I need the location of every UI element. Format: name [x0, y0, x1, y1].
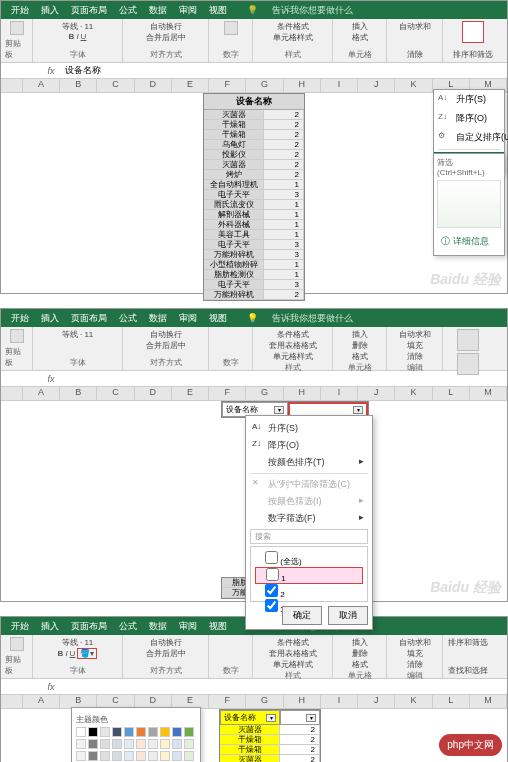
- cell-value[interactable]: 1: [264, 210, 304, 220]
- underline-icon[interactable]: U: [70, 649, 76, 658]
- color-swatch[interactable]: [136, 751, 146, 761]
- cell-value[interactable]: 2: [280, 735, 320, 745]
- color-swatch[interactable]: [160, 739, 170, 749]
- table-row[interactable]: 烤炉2: [204, 170, 304, 180]
- table-row[interactable]: 小型植物粉碎机1: [204, 260, 304, 270]
- fx-icon[interactable]: fx: [41, 374, 61, 384]
- cell-value[interactable]: 2: [264, 170, 304, 180]
- col-m[interactable]: M: [470, 695, 507, 708]
- table-row[interactable]: 解剖器械1: [204, 210, 304, 220]
- cell-value[interactable]: 2: [264, 120, 304, 130]
- tab-layout[interactable]: 页面布局: [65, 618, 113, 635]
- table-row[interactable]: 脂肪检测仪1: [204, 270, 304, 280]
- color-swatch[interactable]: [184, 739, 194, 749]
- tab-review[interactable]: 审阅: [173, 310, 203, 327]
- cell-value[interactable]: 2: [280, 755, 320, 762]
- tab-layout[interactable]: 页面布局: [65, 2, 113, 19]
- clear-button[interactable]: 清除: [407, 49, 423, 60]
- filter-toggle-name[interactable]: ▾: [266, 714, 276, 722]
- cell-name[interactable]: 美容工具: [204, 230, 264, 240]
- cell-value[interactable]: 2: [264, 110, 304, 120]
- col-j[interactable]: J: [358, 79, 395, 92]
- italic-icon[interactable]: I: [76, 32, 78, 41]
- cells[interactable]: 设备名称▾ ▾ A↓升序(S) Z↓降序(O) 按颜色排序(T) ▸ ✕从"列"…: [1, 401, 507, 601]
- color-swatch[interactable]: [172, 727, 182, 737]
- col-d[interactable]: D: [135, 79, 172, 92]
- italic-icon[interactable]: I: [65, 649, 67, 658]
- table-row[interactable]: 投影仪2: [204, 150, 304, 160]
- tab-home[interactable]: 开始: [5, 618, 35, 635]
- tab-formula[interactable]: 公式: [113, 618, 143, 635]
- table-row[interactable]: 万能粉碎机3: [204, 250, 304, 260]
- cell-name[interactable]: 干燥箱: [204, 120, 264, 130]
- tell-me[interactable]: 💡 告诉我你想要做什么: [233, 310, 365, 327]
- popup-sort-color[interactable]: 按颜色排序(T) ▸: [250, 454, 368, 471]
- cell-value[interactable]: 1: [264, 220, 304, 230]
- popup-cancel-button[interactable]: 取消: [328, 606, 368, 625]
- col-b[interactable]: B: [60, 79, 97, 92]
- col-f[interactable]: F: [209, 79, 246, 92]
- merge-button[interactable]: 合并后居中: [146, 32, 186, 43]
- select-all-corner[interactable]: [1, 79, 23, 92]
- cell-name[interactable]: 电子天平: [204, 240, 264, 250]
- color-swatch[interactable]: [172, 739, 182, 749]
- cell-name[interactable]: 灭菌器: [204, 110, 264, 120]
- cell-value[interactable]: 2: [280, 725, 320, 735]
- color-swatch[interactable]: [112, 727, 122, 737]
- col-h[interactable]: H: [284, 387, 321, 400]
- cell-value[interactable]: 1: [264, 230, 304, 240]
- color-swatch[interactable]: [112, 751, 122, 761]
- table-row[interactable]: 干燥箱2: [220, 745, 320, 755]
- table-format-button[interactable]: 套用表格格式: [269, 340, 317, 351]
- format-button[interactable]: 格式: [352, 32, 368, 43]
- tab-review[interactable]: 审阅: [173, 2, 203, 19]
- cell-style-button[interactable]: 单元格样式: [273, 32, 313, 43]
- table-row[interactable]: 美容工具1: [204, 230, 304, 240]
- col-d[interactable]: D: [135, 387, 172, 400]
- col-i[interactable]: I: [321, 387, 358, 400]
- col-m[interactable]: M: [470, 387, 507, 400]
- cell-name[interactable]: 解剖器械: [204, 210, 264, 220]
- popup-ok-button[interactable]: 确定: [282, 606, 322, 625]
- tree-opt-2[interactable]: 2: [255, 584, 363, 599]
- col-g[interactable]: G: [246, 387, 283, 400]
- cell-name[interactable]: 干燥箱: [220, 745, 280, 755]
- find-select-icon[interactable]: [457, 353, 479, 375]
- color-swatch[interactable]: [100, 739, 110, 749]
- col-g[interactable]: G: [246, 695, 283, 708]
- color-swatch[interactable]: [88, 727, 98, 737]
- cell-value[interactable]: 2: [264, 150, 304, 160]
- underline-icon[interactable]: U: [81, 32, 87, 41]
- cell-value[interactable]: 1: [264, 260, 304, 270]
- table-row[interactable]: 雨氏流变仪1: [204, 200, 304, 210]
- tab-home[interactable]: 开始: [5, 2, 35, 19]
- autosum-button[interactable]: 自动求和: [399, 329, 431, 340]
- tab-layout[interactable]: 页面布局: [65, 310, 113, 327]
- tab-formula[interactable]: 公式: [113, 2, 143, 19]
- format-button[interactable]: 格式: [352, 659, 368, 670]
- cell-value[interactable]: 1: [264, 270, 304, 280]
- color-swatch[interactable]: [148, 751, 158, 761]
- cell-name[interactable]: 小型植物粉碎机: [204, 260, 264, 270]
- tab-insert[interactable]: 插入: [35, 618, 65, 635]
- menu-sort-custom[interactable]: ⚙自定义排序(U)…: [434, 128, 504, 147]
- cell-value[interactable]: 2: [264, 160, 304, 170]
- cell-value[interactable]: 2: [264, 290, 304, 300]
- tab-data[interactable]: 数据: [143, 2, 173, 19]
- tab-view[interactable]: 视图: [203, 2, 233, 19]
- tree-select-all[interactable]: (全选): [255, 551, 363, 567]
- color-swatch[interactable]: [76, 727, 86, 737]
- cond-format-button[interactable]: 条件格式: [277, 637, 309, 648]
- color-swatch[interactable]: [160, 751, 170, 761]
- cells[interactable]: 设备名称 灭菌器2干燥箱2干燥箱2乌龟灯2投影仪2灭菌器2烤炉2全自动料理机1电…: [1, 93, 507, 293]
- tab-view[interactable]: 视图: [203, 310, 233, 327]
- sort-filter-icon[interactable]: [457, 329, 479, 351]
- col-j[interactable]: J: [358, 387, 395, 400]
- tab-insert[interactable]: 插入: [35, 2, 65, 19]
- color-swatch[interactable]: [124, 739, 134, 749]
- bold-icon[interactable]: B: [58, 649, 64, 658]
- tree-opt-1[interactable]: 1: [255, 567, 363, 584]
- color-swatch[interactable]: [100, 727, 110, 737]
- cond-format-button[interactable]: 条件格式: [277, 329, 309, 340]
- table-row[interactable]: 乌龟灯2: [204, 140, 304, 150]
